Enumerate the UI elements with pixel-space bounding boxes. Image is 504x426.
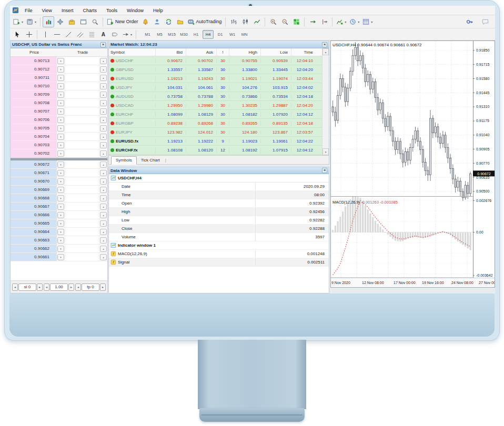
sell-button[interactable]: ▾ bbox=[57, 100, 64, 106]
tp-decrease-button[interactable]: ◂ bbox=[75, 283, 81, 291]
sell-button[interactable]: ▾ bbox=[57, 195, 64, 201]
market-watch-row-eurusd[interactable]: EURUSD1.192131.19243301.190211.1907412:0… bbox=[109, 74, 329, 83]
sell-button[interactable]: ▾ bbox=[57, 170, 64, 176]
market-watch-row-eurgbp[interactable]: EURGBP0.892380.89268300.892650.8913512:0… bbox=[109, 119, 329, 128]
dom-buy-row[interactable]: 0.90662▾▴ bbox=[11, 245, 107, 253]
zoom-in-button[interactable] bbox=[267, 16, 279, 27]
dom-sell-row[interactable]: 0.90704▾▴ bbox=[11, 133, 107, 141]
close-icon[interactable]: × bbox=[322, 42, 327, 47]
dom-trade-cell[interactable] bbox=[65, 245, 99, 252]
market-watch-row-usdcad[interactable]: USDCAD1.299501.29980301.302351.2988712:0… bbox=[109, 101, 329, 110]
tp-field[interactable]: tp 0 bbox=[82, 283, 99, 291]
market-watch-row-usdjpy[interactable]: USDJPY104.031104.06130104.276103.91512:0… bbox=[109, 83, 329, 92]
horizontal-line-tool[interactable] bbox=[51, 29, 63, 40]
tab-symbols[interactable]: Symbols bbox=[111, 156, 137, 165]
sell-button[interactable]: ▾ bbox=[57, 150, 64, 157]
buy-button[interactable]: ▴ bbox=[100, 161, 107, 168]
channel-tool[interactable] bbox=[74, 29, 86, 40]
column-header-bid[interactable]: Bid bbox=[155, 48, 186, 56]
buy-button[interactable]: ▴ bbox=[100, 58, 107, 64]
sell-button[interactable]: ▾ bbox=[57, 125, 64, 131]
dom-trade-cell[interactable] bbox=[65, 124, 99, 132]
buy-button[interactable]: ▴ bbox=[100, 142, 107, 148]
sell-button[interactable]: ▾ bbox=[57, 254, 64, 260]
key-button[interactable] bbox=[463, 16, 475, 27]
sell-button[interactable]: ▾ bbox=[57, 187, 64, 193]
buy-button[interactable]: ▴ bbox=[100, 254, 107, 260]
autotrading-button[interactable]: AutoTrading bbox=[186, 16, 224, 27]
chat-button[interactable] bbox=[479, 16, 491, 27]
buy-button[interactable]: ▴ bbox=[100, 108, 107, 115]
buy-button[interactable]: ▴ bbox=[100, 170, 107, 176]
sell-button[interactable]: ▾ bbox=[57, 204, 64, 210]
dom-trade-cell[interactable] bbox=[65, 90, 99, 98]
data-window-toggle[interactable] bbox=[77, 16, 89, 27]
buy-button[interactable]: ▴ bbox=[100, 66, 107, 73]
sell-button[interactable]: ▾ bbox=[57, 161, 64, 168]
dom-sell-row[interactable]: 0.90707▾▴ bbox=[11, 107, 107, 116]
scroll-up-icon[interactable]: ▴ bbox=[322, 48, 329, 55]
toolbox-toggle[interactable] bbox=[66, 16, 77, 27]
dom-trade-cell[interactable] bbox=[65, 194, 99, 202]
market-watch-row-eurchf[interactable]: EURCHF1.080991.08129301.081821.0792012:0… bbox=[109, 110, 329, 119]
sell-button[interactable]: ▾ bbox=[57, 134, 64, 140]
navigator-toggle[interactable] bbox=[54, 16, 66, 27]
scroll-down-icon[interactable]: ▾ bbox=[322, 148, 329, 155]
zoom-out-button[interactable] bbox=[279, 16, 290, 27]
menu-window[interactable]: Window bbox=[122, 8, 148, 13]
tp-increase-button[interactable]: ▸ bbox=[100, 283, 106, 291]
bar-chart-button[interactable] bbox=[228, 16, 239, 27]
dom-buy-row[interactable]: 0.90665▾▴ bbox=[11, 219, 107, 228]
buy-button[interactable]: ▴ bbox=[100, 195, 107, 201]
buy-button[interactable]: ▴ bbox=[100, 75, 107, 81]
market-watch-scrollbar[interactable]: ▴ ▾ bbox=[322, 48, 329, 155]
timeframe-w1[interactable]: W1 bbox=[227, 30, 238, 39]
market-watch-row-gbpusd[interactable]: GBPUSD1.335571.33587301.338001.3344512:0… bbox=[109, 65, 329, 74]
buy-button[interactable]: ▴ bbox=[100, 212, 107, 218]
volume-decrease-button[interactable]: ◂ bbox=[44, 283, 49, 291]
tile-windows-button[interactable] bbox=[290, 16, 302, 27]
dom-sell-row[interactable]: 0.90711▾▴ bbox=[11, 74, 107, 82]
dom-trade-cell[interactable] bbox=[65, 107, 99, 115]
column-header-ask[interactable]: Ask bbox=[186, 48, 216, 56]
dom-trade-cell[interactable] bbox=[65, 202, 99, 210]
dom-sell-row[interactable]: 0.90712▾▴ bbox=[11, 65, 107, 74]
buy-button[interactable]: ▴ bbox=[100, 187, 107, 193]
buy-button[interactable]: ▴ bbox=[100, 237, 107, 244]
vertical-line-tool[interactable] bbox=[39, 29, 51, 40]
sell-button[interactable]: ▾ bbox=[57, 178, 64, 185]
menu-tools[interactable]: Tools bbox=[102, 8, 122, 13]
dom-trade-cell[interactable] bbox=[65, 74, 99, 82]
dom-sell-row[interactable]: 0.90706▾▴ bbox=[11, 116, 107, 124]
sell-button[interactable]: ▾ bbox=[57, 92, 64, 98]
sell-button[interactable]: ▾ bbox=[57, 142, 64, 148]
market-watch-toggle[interactable] bbox=[43, 16, 54, 27]
fibonacci-tool[interactable] bbox=[86, 29, 97, 40]
sell-button[interactable]: ▾ bbox=[57, 83, 64, 89]
cursor-tool[interactable] bbox=[12, 29, 23, 40]
buy-button[interactable]: ▴ bbox=[100, 220, 107, 227]
line-chart-button[interactable] bbox=[251, 16, 263, 27]
buy-button[interactable]: ▴ bbox=[100, 229, 107, 235]
crosshair-tool[interactable] bbox=[23, 29, 35, 40]
dom-trade-cell[interactable] bbox=[65, 186, 99, 194]
dom-sell-row[interactable]: 0.90703▾▴ bbox=[11, 141, 107, 149]
buy-button[interactable]: ▴ bbox=[100, 150, 107, 157]
sell-button[interactable]: ▾ bbox=[57, 108, 64, 115]
close-icon[interactable]: × bbox=[100, 42, 106, 47]
cycles-button[interactable]: ▾ bbox=[348, 16, 361, 27]
dom-trade-cell[interactable] bbox=[65, 177, 99, 185]
dom-sell-row[interactable]: 0.90709▾▴ bbox=[11, 90, 107, 99]
dom-trade-cell[interactable] bbox=[65, 236, 99, 244]
column-header-high[interactable]: High bbox=[229, 48, 260, 56]
dom-trade-cell[interactable] bbox=[65, 141, 99, 149]
dom-trade-cell[interactable] bbox=[65, 149, 99, 157]
menu-help[interactable]: Help bbox=[148, 8, 168, 13]
dom-trade-cell[interactable] bbox=[65, 82, 99, 90]
buy-button[interactable]: ▴ bbox=[100, 125, 107, 131]
column-header-time[interactable]: Time bbox=[291, 48, 316, 56]
sell-button[interactable]: ▾ bbox=[57, 237, 64, 244]
dom-buy-row[interactable]: 0.90664▾▴ bbox=[11, 228, 107, 236]
dom-buy-row[interactable]: 0.90671▾▴ bbox=[11, 169, 107, 177]
new-chart-button[interactable]: ▾ bbox=[12, 16, 25, 27]
